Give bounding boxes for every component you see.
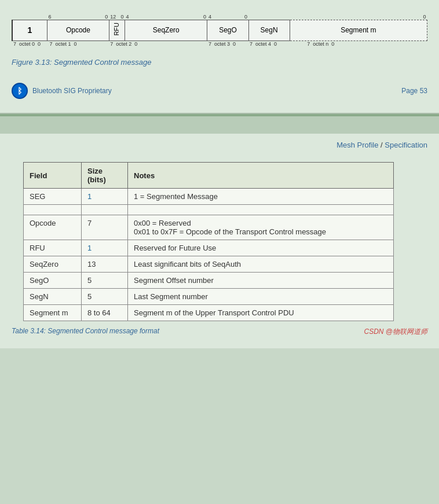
empty-field-1 [24, 205, 82, 215]
size-segment-m: 8 to 64 [82, 305, 128, 321]
empty-size-1 [82, 205, 128, 215]
octet-1-label: 7 octet 1 0 [47, 41, 109, 49]
bit-cell-sego: SegO [207, 20, 248, 41]
notes-segment-m: Segment m of the Upper Transport Control… [128, 305, 394, 321]
bit-diagram-table: 60 120 40 40 0 1 Opcode [12, 10, 427, 49]
bit-bottom-labels: 7 octet 0 0 7 octet 1 0 7 octet 2 0 7 oc… [12, 41, 427, 49]
empty-notes-1 [128, 205, 394, 215]
octet-3-label: 7 octet 3 0 [207, 41, 248, 49]
table-row-seg: SEG 1 1 = Segmented Message [24, 189, 394, 205]
table-row-opcode: Opcode 7 0x00 = Reserved0x01 to 0x7F = O… [24, 215, 394, 240]
size-segn: 5 [82, 289, 128, 305]
table-row-seqzero: SeqZero 13 Least significant bits of Seq… [24, 256, 394, 273]
field-opcode: Opcode [24, 215, 82, 240]
top-label-2: 120 [109, 10, 125, 20]
bluetooth-icon: ᛒ [12, 83, 28, 99]
size-seqzero: 13 [82, 256, 128, 273]
octet-n-label: 7 octet n 0 [290, 41, 427, 49]
notes-rfu: Reserved for Future Use [128, 240, 394, 256]
table-row-segn: SegN 5 Last Segment number [24, 289, 394, 305]
page-footer: ᛒ Bluetooth SIG Proprietary Page 53 [12, 78, 427, 101]
col-header-field: Field [24, 163, 82, 189]
breadcrumb-specification: Specification [385, 141, 427, 149]
field-segment-m: Segment m [24, 305, 82, 321]
notes-sego: Segment Offset number [128, 273, 394, 289]
field-seg: SEG [24, 189, 82, 205]
csdn-watermark: CSDN @物联网道师 [364, 327, 427, 337]
col-header-notes: Notes [128, 163, 394, 189]
bottom-section: Mesh Profile / Specification Field Size(… [0, 134, 439, 348]
bit-cell-segment: Segment m [290, 20, 427, 41]
top-label-3: 40 [125, 10, 207, 20]
bit-cell-rfu: RFU [109, 20, 125, 41]
top-label-4: 40 [207, 10, 248, 20]
size-opcode: 7 [82, 215, 128, 240]
field-seqzero: SeqZero [24, 256, 82, 273]
bit-cell-opcode: Opcode [47, 20, 109, 41]
notes-segn: Last Segment number [128, 289, 394, 305]
bit-cell-segn: SegN [248, 20, 290, 41]
top-label-0 [12, 10, 47, 20]
table-row-rfu: RFU 1 Reserved for Future Use [24, 240, 394, 256]
table-row-empty-1 [24, 205, 394, 215]
bit-main-row: 1 Opcode RFU SeqZero SegO SegN Segment m [12, 20, 427, 41]
notes-seg: 1 = Segmented Message [128, 189, 394, 205]
field-segn: SegN [24, 289, 82, 305]
bit-top-labels: 60 120 40 40 0 [12, 10, 427, 20]
top-label-5: 0 [248, 10, 427, 20]
octet-2-label: 7 octet 2 0 [109, 41, 207, 49]
top-label-1: 60 [47, 10, 109, 20]
bit-cell-seqzero: SeqZero [125, 20, 207, 41]
data-table: Field Size(bits) Notes SEG 1 1 = Segment… [23, 162, 394, 321]
field-rfu: RFU [24, 240, 82, 256]
figure-caption: Figure 3.13: Segmented Control message [12, 58, 427, 67]
table-row-segment-m: Segment m 8 to 64 Segment m of the Upper… [24, 305, 394, 321]
page-gap [0, 116, 439, 134]
breadcrumb-bar: Mesh Profile / Specification [12, 141, 427, 153]
size-rfu: 1 [82, 240, 128, 256]
field-sego: SegO [24, 273, 82, 289]
notes-opcode: 0x00 = Reserved0x01 to 0x7F = Opcode of … [128, 215, 394, 240]
table-caption-row: Table 3.14: Segmented Control message fo… [12, 327, 427, 337]
table-caption-text: Table 3.14: Segmented Control message fo… [12, 327, 159, 337]
bluetooth-logo-area: ᛒ Bluetooth SIG Proprietary [12, 83, 112, 99]
proprietary-label: Bluetooth SIG Proprietary [32, 87, 112, 95]
top-section: 60 120 40 40 0 1 Opcode [0, 0, 439, 114]
notes-seqzero: Least significant bits of SeqAuth [128, 256, 394, 273]
page-number: Page 53 [401, 87, 427, 95]
breadcrumb-mesh-profile: Mesh Profile [336, 141, 378, 149]
size-seg: 1 [82, 189, 128, 205]
octet-4-label: 7 octet 4 0 [248, 41, 290, 49]
octet-0-label: 7 octet 0 0 [12, 41, 47, 49]
col-header-size: Size(bits) [82, 163, 128, 189]
bit-diagram-container: 60 120 40 40 0 1 Opcode [12, 10, 427, 49]
table-header-row: Field Size(bits) Notes [24, 163, 394, 189]
size-sego: 5 [82, 273, 128, 289]
table-row-sego: SegO 5 Segment Offset number [24, 273, 394, 289]
rfu-label: RFU [112, 21, 122, 37]
bit-cell-1: 1 [12, 20, 47, 41]
